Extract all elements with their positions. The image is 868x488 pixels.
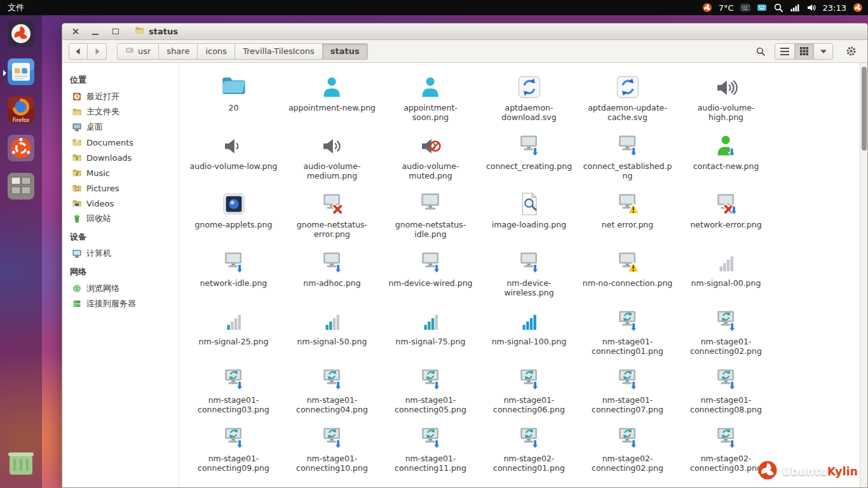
trash-side-icon [72,214,82,224]
breadcrumb-icons[interactable]: icons [198,43,235,60]
file-item[interactable]: connect_established.png [578,128,677,186]
launcher-item-trash[interactable] [4,447,38,482]
file-item[interactable]: nm-signal-25.png [184,303,283,362]
file-item[interactable]: nm-stage02-connecting01.png [480,420,578,478]
clock-label[interactable]: 23:13 [823,3,846,13]
keyboard-icon[interactable] [740,3,750,13]
file-item[interactable]: net error.png [578,186,677,245]
file-item[interactable]: nm-stage01-connecting07.png [578,362,677,420]
file-name: nm-stage02-connecting01.png [484,454,574,473]
signal-0-icon [713,245,740,276]
breadcrumb-status[interactable]: status [323,43,368,60]
sidebar-item-folder-music[interactable]: Music [62,165,179,180]
breadcrumb-Trevilla-TilesIcons[interactable]: Trevilla-TilesIcons [235,43,323,60]
file-item[interactable]: nm-stage01-connecting03.png [184,362,283,420]
launcher-item-file-manager[interactable] [4,56,38,90]
file-name: nm-stage01-connecting08.png [681,395,771,414]
file-item[interactable]: audio-volume-low.png [184,128,283,186]
file-item[interactable]: nm-signal-75.png [381,303,480,362]
file-item[interactable]: connect_creating.png [480,128,578,186]
file-name: nm-stage01-connecting11.png [386,454,476,473]
file-name: audio-volume-medium.png [287,161,377,180]
search-button[interactable] [750,43,771,60]
file-item[interactable]: nm-stage01-connecting09.png [184,420,283,478]
launcher-item-workspace-switcher[interactable] [4,170,38,205]
file-item[interactable]: audio-volume-medium.png [283,128,381,186]
file-item[interactable]: nm-stage01-connecting08.png [677,362,775,420]
file-item[interactable]: nm-stage01-connecting01.png [578,303,677,362]
launcher-item-dash-home[interactable] [4,18,38,52]
file-item[interactable]: nm-signal-00.png [677,245,775,303]
file-item[interactable]: nm-device-wired.png [381,245,480,303]
launcher-item-software-center[interactable] [4,132,38,166]
scrollbar-thumb[interactable] [862,67,867,151]
file-item[interactable]: nm-stage01-connecting04.png [283,362,381,420]
file-item[interactable]: gnome-applets.png [184,186,283,245]
breadcrumb-usr[interactable]: usr [117,43,159,60]
session-icon[interactable] [853,3,863,13]
file-item[interactable]: audio-volume-muted.png [381,128,480,186]
sidebar-item-folder-pictures[interactable]: Pictures [62,180,179,196]
file-item[interactable]: nm-stage01-connecting02.png [677,303,775,362]
sidebar-item-folder-documents[interactable]: Documents [62,135,179,150]
file-item[interactable]: nm-signal-100.png [480,303,578,362]
scrollbar[interactable] [860,63,867,487]
list-view-button[interactable] [775,44,794,59]
file-item[interactable]: nm-stage01-connecting06.png [480,362,578,420]
close-button[interactable] [70,27,80,37]
sidebar-item-desktop[interactable]: 桌面 [62,119,179,135]
svg-text:Firefox: Firefox [13,118,30,123]
input-method-icon[interactable] [757,3,767,13]
forward-button[interactable] [88,43,107,60]
back-button[interactable] [69,43,88,60]
file-item[interactable]: audio-volume-high.png [677,69,775,128]
file-item[interactable]: network-error.png [677,186,775,245]
minimize-button[interactable] [90,27,100,37]
file-item[interactable]: aptdaemon-download.svg [480,69,578,128]
file-item[interactable]: appointment-new.png [283,69,381,128]
file-item[interactable]: nm-adhoc.png [283,245,381,303]
sidebar-item-trash-side[interactable]: 回收站 [62,211,179,226]
file-grid: 20appointment-new.pngappointment-soon.pn… [179,63,860,478]
file-item[interactable]: network-idle.png [184,245,283,303]
weather-icon[interactable] [702,3,712,13]
file-item[interactable]: nm-device-wireless.png [480,245,578,303]
sidebar-item-folder-downloads[interactable]: Downloads [62,150,179,165]
sidebar-item-folder-videos[interactable]: Videos [62,196,179,211]
breadcrumb-share[interactable]: share [159,43,198,60]
sidebar-item-server-connect[interactable]: 连接到服务器 [62,296,179,311]
file-item[interactable]: gnome-netstatus-error.png [283,186,381,245]
file-name: nm-stage01-connecting03.png [189,395,279,414]
maximize-button[interactable] [111,27,121,37]
file-item[interactable]: 20 [184,69,283,128]
launcher-item-firefox[interactable]: Firefox [4,94,38,128]
sidebar-item-home-folder[interactable]: 主文件夹 [62,104,179,119]
monitor-sync-icon [614,420,642,452]
monitor-error-arrow-icon [712,186,740,218]
file-item[interactable]: nm-stage01-connecting05.png [381,362,480,420]
file-item[interactable]: nm-stage02-connecting02.png [578,420,677,478]
sidebar-item-recent[interactable]: 最近打开 [62,89,179,104]
options-gear-button[interactable] [841,43,861,60]
grid-view-button[interactable] [794,44,813,59]
network-signal-icon[interactable] [790,3,800,13]
file-item[interactable]: aptdaemon-update-cache.svg [578,69,677,128]
titlebar[interactable]: status [62,24,867,40]
sidebar-item-network-browse[interactable]: 浏览网络 [62,281,179,296]
file-name: image-loading.png [492,220,566,229]
file-item[interactable]: nm-stage01-connecting11.png [381,420,480,478]
file-item[interactable]: contact-new.png [677,128,775,186]
search-icon[interactable] [773,3,783,13]
file-item[interactable]: nm-signal-50.png [283,303,381,362]
appmenu-files[interactable]: 文件 [0,2,32,13]
file-item[interactable]: image-loading.png [480,186,578,245]
file-item[interactable]: appointment-soon.png [381,69,480,128]
file-item[interactable]: nm-no-connection.png [578,245,677,303]
desktop-icon [72,122,82,132]
file-item[interactable]: nm-stage01-connecting10.png [283,420,381,478]
sidebar-item-computer[interactable]: 计算机 [62,246,179,261]
sidebar-item-label: 浏览网络 [86,283,119,294]
view-menu-chevron-button[interactable] [813,44,832,59]
file-item[interactable]: gnome-netstatus-idle.png [381,186,480,245]
volume-icon[interactable] [806,3,817,13]
